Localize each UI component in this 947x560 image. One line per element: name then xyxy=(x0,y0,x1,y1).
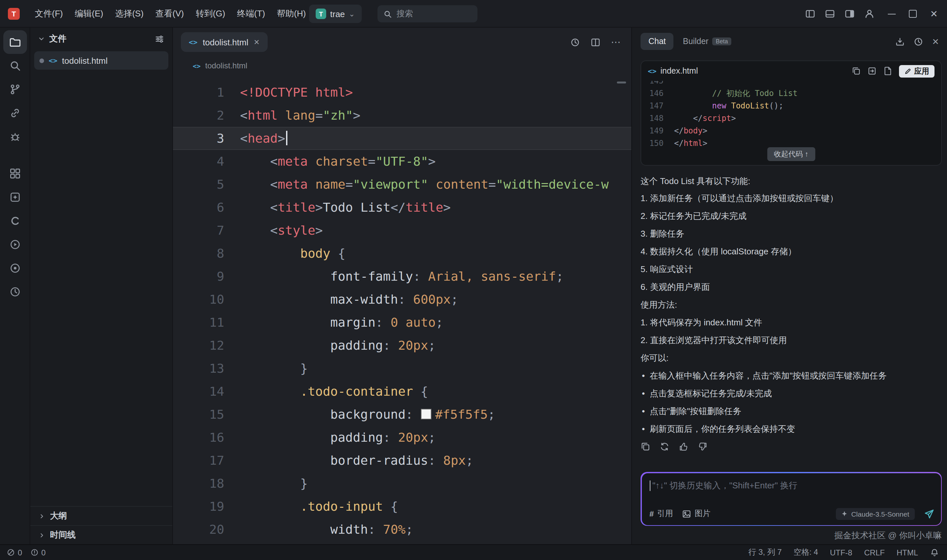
filter-icon[interactable] xyxy=(154,34,165,44)
apply-code-button[interactable]: 应用 xyxy=(899,65,935,77)
account-icon[interactable] xyxy=(864,9,875,19)
code-line-12[interactable]: 12 padding: 20px; xyxy=(173,334,631,357)
code-line-147[interactable]: 147 new TodoList(); xyxy=(641,100,941,112)
code-snippet-card: <> index.html 应用 145146 // 初始化 Todo List… xyxy=(641,60,942,166)
insert-code-icon[interactable] xyxy=(867,66,877,75)
split-editor-icon[interactable] xyxy=(591,37,601,47)
language-mode[interactable]: HTML xyxy=(897,548,918,557)
cursor-position[interactable]: 行 3, 列 7 xyxy=(748,547,782,558)
more-actions-icon[interactable]: ⋯ xyxy=(611,36,621,48)
code-line-14[interactable]: 14 .todo-container { xyxy=(173,380,631,403)
sidebar: 文件 <> todolist.html 大纲 时间线 xyxy=(30,28,173,544)
code-line-9[interactable]: 9 font-family: Arial, sans-serif; xyxy=(173,265,631,288)
menu-view[interactable]: 查看(V) xyxy=(149,4,190,23)
timeline-history-icon[interactable] xyxy=(570,37,580,47)
copy-message-icon[interactable] xyxy=(641,442,650,452)
files-panel-header[interactable]: 文件 xyxy=(30,28,172,50)
close-window-button[interactable]: ✕ xyxy=(930,9,938,18)
source-control-icon[interactable] xyxy=(3,78,27,101)
thumbs-down-icon[interactable] xyxy=(698,442,708,452)
workspace-name: trae xyxy=(330,9,345,19)
menu-file[interactable]: 文件(F) xyxy=(29,4,69,23)
regenerate-icon[interactable] xyxy=(660,442,670,452)
line-number: 146 xyxy=(641,88,664,100)
minimap-thumb[interactable] xyxy=(617,82,626,83)
notifications-bell-icon[interactable] xyxy=(930,548,939,557)
code-line-6[interactable]: 6 <title>Todo List</title> xyxy=(173,196,631,219)
file-item-todolist[interactable]: <> todolist.html xyxy=(34,51,168,70)
menu-edit[interactable]: 编辑(E) xyxy=(69,4,109,23)
code-line-1[interactable]: 1<!DOCTYPE html> xyxy=(173,81,631,104)
close-panel-icon[interactable]: ✕ xyxy=(932,37,939,46)
tab-todolist[interactable]: <> todolist.html ✕ xyxy=(181,32,268,52)
code-area[interactable]: 1<!DOCTYPE html>2<html lang="zh">3<head>… xyxy=(173,81,631,544)
outline-section[interactable]: 大纲 xyxy=(30,506,172,525)
errors-stat[interactable]: 0 xyxy=(6,548,22,557)
code-line-7[interactable]: 7 <style> xyxy=(173,219,631,242)
search-sidebar-icon[interactable] xyxy=(3,54,27,78)
export-chat-icon[interactable] xyxy=(895,37,905,46)
warnings-stat[interactable]: 0 xyxy=(30,548,45,557)
thumbs-up-icon[interactable] xyxy=(679,442,688,452)
model-selector[interactable]: Claude-3.5-Sonnet xyxy=(836,508,915,520)
ai-plugin-icon[interactable] xyxy=(3,185,27,209)
chat-history-icon[interactable] xyxy=(913,37,923,46)
create-file-icon[interactable] xyxy=(883,66,892,75)
chat-input[interactable]: "↑↓" 切换历史输入，"Shift+Enter" 换行 # 引用 图片 Cla… xyxy=(642,473,941,525)
maximize-button[interactable] xyxy=(909,10,917,18)
beta-badge: Beta xyxy=(713,37,731,45)
close-tab-icon[interactable]: ✕ xyxy=(254,38,259,46)
color-swatch[interactable] xyxy=(420,409,431,419)
debug-icon[interactable] xyxy=(3,125,27,149)
workspace-switcher[interactable]: T trae ⌄ xyxy=(309,5,361,23)
code-line-11[interactable]: 11 margin: 0 auto; xyxy=(173,311,631,334)
code-line-10[interactable]: 10 max-width: 600px; xyxy=(173,288,631,311)
tab-builder[interactable]: Builder Beta xyxy=(683,37,731,46)
indentation[interactable]: 空格: 4 xyxy=(793,547,818,558)
problems-summary[interactable]: 0 0 xyxy=(0,548,46,557)
c-extension-icon[interactable] xyxy=(3,209,27,233)
toggle-right-panel-icon[interactable] xyxy=(845,9,855,19)
code-line-2[interactable]: 2<html lang="zh"> xyxy=(173,104,631,127)
code-line-17[interactable]: 17 border-radius: 8px; xyxy=(173,449,631,472)
reference-button[interactable]: # 引用 xyxy=(650,508,673,519)
timeline-section[interactable]: 时间线 xyxy=(30,525,172,544)
menu-help[interactable]: 帮助(H) xyxy=(271,4,312,23)
collapse-code-button[interactable]: 收起代码 ↑ xyxy=(767,147,815,161)
minimize-button[interactable] xyxy=(888,14,896,14)
code-line-20[interactable]: 20 width: 70%; xyxy=(173,518,631,541)
record-circle-icon[interactable] xyxy=(3,256,27,280)
code-line-3[interactable]: 3<head> xyxy=(173,127,631,150)
image-button[interactable]: 图片 xyxy=(682,508,710,519)
code-line-19[interactable]: 19 .todo-input { xyxy=(173,495,631,518)
assistant-header: Chat Builder Beta ✕ xyxy=(632,28,947,55)
code-line-13[interactable]: 13 } xyxy=(173,357,631,380)
history-icon[interactable] xyxy=(3,280,27,304)
code-line-145[interactable]: 145 xyxy=(641,81,941,88)
toggle-left-panel-icon[interactable] xyxy=(805,9,816,19)
run-circle-icon[interactable] xyxy=(3,233,27,256)
menu-terminal[interactable]: 终端(T) xyxy=(231,4,271,23)
tab-chat[interactable]: Chat xyxy=(641,33,674,50)
toggle-bottom-panel-icon[interactable] xyxy=(825,9,836,19)
menu-goto[interactable]: 转到(G) xyxy=(190,4,231,23)
code-line-148[interactable]: 148 </script> xyxy=(641,112,941,125)
send-icon[interactable] xyxy=(924,508,934,519)
eol-sequence[interactable]: CRLF xyxy=(864,548,885,557)
extensions-icon[interactable] xyxy=(3,162,27,185)
menu-selection[interactable]: 选择(S) xyxy=(109,4,149,23)
code-line-8[interactable]: 8 body { xyxy=(173,242,631,265)
code-line-149[interactable]: 149</body> xyxy=(641,125,941,137)
breadcrumb[interactable]: <> todolist.html xyxy=(173,57,631,75)
global-search-input[interactable]: 搜索 xyxy=(377,5,477,22)
code-line-146[interactable]: 146 // 初始化 Todo List xyxy=(641,88,941,100)
code-line-5[interactable]: 5 <meta name="viewport" content="width=d… xyxy=(173,173,631,196)
encoding[interactable]: UTF-8 xyxy=(830,548,852,557)
code-line-4[interactable]: 4 <meta charset="UTF-8"> xyxy=(173,150,631,173)
copy-icon[interactable] xyxy=(852,66,861,75)
code-line-16[interactable]: 16 padding: 20px; xyxy=(173,426,631,449)
explorer-icon[interactable] xyxy=(3,30,27,54)
code-line-18[interactable]: 18 } xyxy=(173,472,631,495)
code-line-15[interactable]: 15 background: #f5f5f5; xyxy=(173,403,631,426)
remote-link-icon[interactable] xyxy=(3,101,27,125)
